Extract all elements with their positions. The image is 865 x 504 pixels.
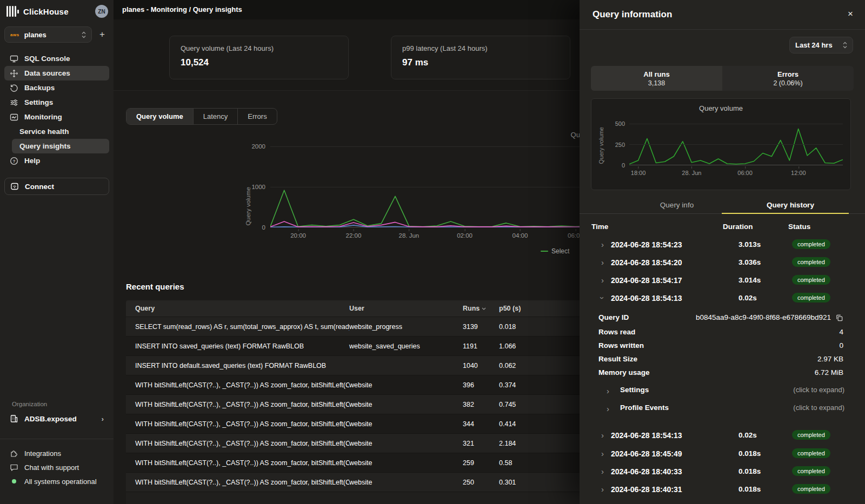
chevron-right-icon[interactable]: ›	[601, 431, 604, 439]
chevron-right-icon: ›	[102, 415, 104, 423]
settings-expander[interactable]: › Settings (click to expand)	[580, 386, 865, 399]
status-badge: completed	[792, 466, 830, 476]
toggle-errors[interactable]: Errors 2 (0.06%)	[722, 66, 854, 91]
sidebar-item-service-health[interactable]: Service health	[4, 124, 109, 139]
column-header-runs[interactable]: Runs	[463, 305, 499, 312]
sidebar-item-backups[interactable]: Backups	[4, 80, 109, 95]
chevron-right-icon[interactable]: ›	[601, 258, 604, 266]
tab-query-volume[interactable]: Query volume	[127, 109, 193, 124]
table-header: Query User Runs p50 (s)	[126, 300, 585, 317]
chevron-right-icon[interactable]: ›	[601, 276, 604, 284]
table-row[interactable]: INSERT INTO saved_queries (text) FORMAT …	[126, 336, 585, 355]
connect-button[interactable]: Connect	[4, 178, 109, 195]
detail-value: 6.72 MiB	[815, 368, 843, 377]
recent-queries-title: Recent queries	[126, 282, 184, 291]
sidebar-item-monitoring[interactable]: Monitoring	[4, 110, 109, 124]
detail-query-id: Query ID b0845aa9-a8c9-49f0-8f68-e678669…	[580, 313, 865, 327]
cell-query: SELECT sum(read_rows) AS r, sum(total_ro…	[126, 323, 349, 331]
panel-tabs: Query info Query history	[580, 199, 865, 214]
cell-user: website	[349, 420, 463, 428]
history-row[interactable]: › 2024-06-28 18:54:13 0.02s completed	[580, 427, 865, 445]
sidebar-item-label: Settings	[24, 98, 53, 106]
recent-queries-table: Query User Runs p50 (s) SELECT sum(read_…	[126, 300, 585, 504]
chevron-right-icon[interactable]: ›	[601, 467, 604, 475]
cell-p50: 0.301	[499, 479, 553, 486]
cell-query: WITH bitShiftLeft(CAST(?..), _CAST(?..))…	[126, 479, 349, 486]
stat-label: p99 latency (Last 24 hours)	[402, 44, 559, 52]
toggle-all-runs[interactable]: All runs 3,138	[591, 66, 722, 91]
chevron-right-icon: ›	[607, 387, 609, 395]
query-information-panel: Query information × Last 24 hrs All runs…	[580, 0, 865, 504]
time-range-select[interactable]: Last 24 hrs	[789, 37, 853, 53]
tab-query-history[interactable]: Query history	[731, 199, 850, 214]
detail-rows-read: Rows read 4	[580, 328, 865, 341]
row-time: 2024-06-28 18:54:20	[611, 258, 682, 267]
tab-errors[interactable]: Errors	[237, 109, 276, 124]
row-duration: 0.018s	[738, 467, 761, 475]
history-row[interactable]: › 2024-06-28 18:45:49 0.018s completed	[580, 446, 865, 463]
column-header-query[interactable]: Query	[126, 305, 349, 312]
chevron-down-icon[interactable]: ›	[598, 297, 607, 299]
history-row[interactable]: › 2024-06-28 18:54:17 3.014s completed	[580, 272, 865, 290]
table-row[interactable]: WITH bitShiftLeft(CAST(?..), _CAST(?..))…	[126, 394, 585, 414]
tab-latency[interactable]: Latency	[193, 109, 238, 124]
history-row[interactable]: › 2024-06-28 18:40:33 0.018s completed	[580, 463, 865, 481]
table-row[interactable]: WITH bitShiftLeft(CAST(?..), _CAST(?..))…	[126, 433, 585, 453]
sidebar-item-chat-support[interactable]: Chat with support	[4, 460, 109, 474]
panel-title: Query information	[593, 9, 672, 20]
cell-p50: 0.414	[499, 420, 553, 428]
cell-runs: 382	[463, 401, 499, 408]
row-duration: 0.018s	[738, 485, 761, 493]
user-avatar[interactable]: ZN	[95, 5, 108, 18]
organization-name: ADSB.exposed	[24, 415, 77, 423]
table-row[interactable]: WITH bitShiftLeft(CAST(?..), _CAST(?..))…	[126, 414, 585, 433]
table-row[interactable]: WITH bitShiftLeft(CAST(?..), _CAST(?..))…	[126, 453, 585, 472]
history-row[interactable]: › 2024-06-28 18:54:23 3.013s completed	[580, 237, 865, 254]
clickhouse-logo-icon	[6, 5, 19, 17]
system-status[interactable]: All systems operational	[4, 474, 109, 488]
status-badge: completed	[792, 293, 830, 303]
history-row[interactable]: › 2024-06-28 18:54:20 3.036s completed	[580, 254, 865, 272]
tab-query-info[interactable]: Query info	[612, 199, 742, 214]
chevron-right-icon[interactable]: ›	[601, 485, 604, 493]
row-time: 2024-06-28 18:54:17	[611, 276, 682, 285]
detail-value: 0	[839, 341, 843, 350]
table-row[interactable]: WITH bitShiftLeft(CAST(?..), _CAST(?..))…	[126, 472, 585, 492]
chevron-right-icon[interactable]: ›	[601, 449, 604, 458]
add-service-button[interactable]: +	[95, 29, 109, 40]
cell-p50: 2.184	[499, 440, 553, 447]
history-header: Time Duration Status	[580, 223, 865, 234]
chevron-right-icon: ›	[607, 405, 609, 413]
sidebar-item-query-insights[interactable]: Query insights	[12, 139, 109, 153]
column-header-time: Time	[591, 223, 608, 231]
sidebar-item-integrations[interactable]: Integrations	[4, 446, 109, 460]
active-tab-underline	[722, 213, 849, 214]
table-row[interactable]: SELECT sum(read_rows) AS r, sum(total_ro…	[126, 317, 585, 336]
cell-runs: 1040	[463, 362, 499, 369]
history-row-expanded[interactable]: › 2024-06-28 18:54:13 0.02s completed	[580, 290, 865, 308]
sidebar-item-data-sources[interactable]: Data sources	[4, 66, 109, 80]
cell-user: website	[349, 459, 463, 467]
close-icon[interactable]: ×	[848, 9, 853, 19]
table-row[interactable]: WITH bitShiftLeft(CAST(?..), _CAST(?..))…	[126, 375, 585, 394]
column-header-user[interactable]: User	[349, 305, 463, 312]
sidebar-item-help[interactable]: ? Help	[4, 153, 109, 168]
service-selector[interactable]: aws planes	[4, 26, 92, 43]
sidebar-item-label: SQL Console	[24, 55, 70, 63]
chart-title: Query volume	[699, 104, 743, 112]
chevron-right-icon[interactable]: ›	[601, 240, 604, 248]
row-duration: 3.036s	[738, 258, 761, 266]
detail-label: Query ID	[598, 313, 629, 321]
detail-label: Result Size	[598, 355, 637, 363]
brand-name: ClickHouse	[23, 7, 69, 16]
table-row[interactable]: INSERT INTO default.saved_queries (text)…	[126, 355, 585, 375]
organization-selector[interactable]: ADSB.exposed ›	[4, 411, 109, 427]
history-row[interactable]: › 2024-06-28 18:40:31 0.018s completed	[580, 481, 865, 499]
status-badge: completed	[792, 430, 830, 440]
status-badge: completed	[792, 257, 830, 267]
column-header-p50[interactable]: p50 (s)	[499, 305, 553, 312]
sidebar-item-settings[interactable]: Settings	[4, 95, 109, 110]
copy-icon[interactable]	[835, 314, 843, 322]
profile-events-expander[interactable]: › Profile Events (click to expand)	[580, 404, 865, 417]
sidebar-item-sql-console[interactable]: SQL Console	[4, 51, 109, 66]
